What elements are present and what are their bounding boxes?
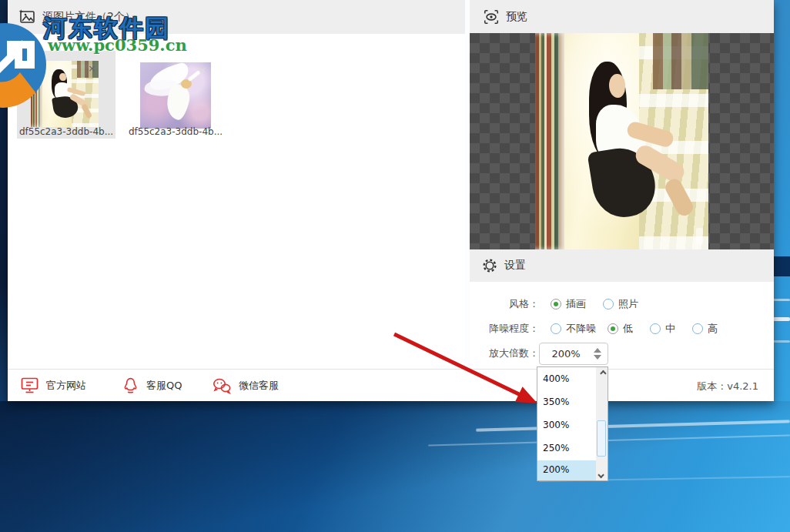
settings-title: 设置 (504, 259, 526, 273)
monitor-icon (20, 376, 39, 395)
dropdown-option-300[interactable]: 300% (537, 416, 596, 434)
preview-transparency-area (470, 33, 774, 249)
radio-button[interactable] (603, 299, 614, 309)
right-panel: 预览 (470, 0, 774, 369)
gear-icon (481, 257, 498, 274)
library-girl-photo-large (535, 33, 708, 249)
scale-spinner-input[interactable]: 200% (539, 343, 608, 365)
settings-body: 风格： 插画 照片 降噪程度： 不降噪 (470, 282, 774, 369)
dropdown-option-350[interactable]: 350% (537, 393, 596, 411)
eye-scan-icon (483, 8, 500, 25)
radio-button[interactable] (650, 323, 661, 334)
preview-title: 预览 (506, 10, 527, 24)
app-window: 源图片文件（2个） (8, 0, 774, 401)
wechat-support-link[interactable]: 微信客服 (212, 376, 279, 395)
scale-label: 放大倍数： (470, 346, 539, 360)
preview-header: 预览 (470, 0, 774, 33)
denoise-setting-row: 降噪程度： 不降噪 低 中 高 (470, 321, 718, 336)
radio-button[interactable] (551, 323, 561, 334)
file-name-1: df55c2a3-3ddb-4b... (14, 126, 119, 137)
radio-button[interactable] (551, 299, 561, 309)
dropdown-option-200[interactable]: 200% (537, 460, 596, 480)
close-icon[interactable]: × (88, 63, 96, 73)
scale-value: 200% (540, 348, 592, 360)
screen: 源图片文件（2个） (0, 0, 790, 532)
scrollbar-up-button[interactable] (596, 367, 608, 379)
wechat-icon (212, 376, 232, 395)
qq-support-link[interactable]: 客服QQ (122, 376, 182, 395)
radio-denoise-high[interactable]: 高 (692, 322, 718, 336)
chevron-down-icon (598, 471, 604, 477)
radio-denoise-low[interactable]: 低 (608, 322, 633, 336)
dropdown-scrollbar[interactable] (596, 367, 608, 480)
radio-style-photo[interactable]: 照片 (603, 297, 638, 311)
radio-button[interactable] (608, 323, 618, 334)
close-icon[interactable]: × (199, 65, 207, 75)
settings-header: 设置 (470, 249, 774, 282)
spinner-up-icon[interactable] (594, 348, 601, 353)
official-website-link[interactable]: 官方网站 (20, 376, 86, 395)
file-name-2: df55c2a3-3ddb-4b... (123, 126, 228, 137)
preview-image (535, 33, 708, 249)
scrollbar-thumb[interactable] (597, 420, 606, 457)
spinner-down-icon[interactable] (594, 355, 601, 360)
radio-button[interactable] (692, 323, 703, 334)
source-files-header: 源图片文件（2个） (8, 0, 465, 34)
scrollbar-down-button[interactable] (596, 469, 608, 480)
radio-denoise-none[interactable]: 不降噪 (551, 322, 596, 336)
style-setting-row: 风格： 插画 照片 (470, 296, 638, 312)
radio-style-illustration[interactable]: 插画 (551, 297, 586, 311)
source-files-list: × df55c2a3-3ddb-4b... × df55c2a3-3ddb-4b… (8, 34, 465, 369)
style-label: 风格： (470, 297, 539, 311)
footer-bar: 官方网站 客服QQ 微信客服 版本：v (8, 369, 774, 401)
denoise-label: 降噪程度： (470, 322, 539, 336)
version-text: 版本：v4.2.1 (697, 380, 758, 393)
photo-watermark-mark (696, 228, 703, 245)
dropdown-option-250[interactable]: 250% (537, 439, 596, 457)
scale-dropdown-list: 400% 350% 300% 250% 200% (537, 366, 608, 481)
dropdown-option-400[interactable]: 400% (537, 370, 596, 388)
image-icon (18, 8, 36, 26)
source-files-title: 源图片文件（2个） (42, 10, 136, 24)
qq-icon (122, 376, 139, 395)
radio-denoise-medium[interactable]: 中 (650, 322, 675, 336)
chevron-up-icon (600, 370, 606, 376)
